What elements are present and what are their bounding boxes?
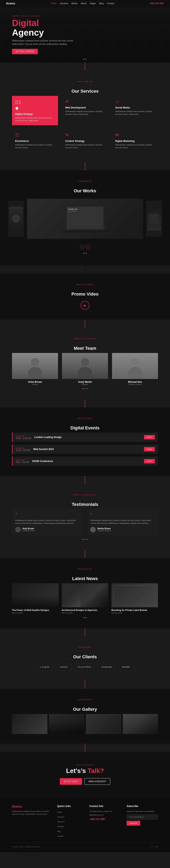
services-label: What We Do [12,81,158,83]
service-desc-2: Pellentesque molestie lorem pulvinar, ti… [65,110,105,116]
nav-pages[interactable]: Pages [90,2,96,5]
hero-dot-1[interactable] [83,59,84,60]
news-date-3: Nov 28, 2023 [111,612,158,614]
works-prev-btn[interactable]: ← [80,245,84,249]
footer-link-services[interactable]: Services [57,816,64,818]
connector-7 [85,550,85,558]
testimonials-title: Testimonials [12,502,158,507]
service-card-2: ✐ Web Development Pellentesque molestie … [62,96,108,125]
news-date-1: Nov 14, 2023 [12,612,59,614]
testimonial-text-2: Pellentesque molestie lorem pulvinar, ti… [90,519,155,525]
testimonial-dot-3[interactable] [87,539,88,540]
works-dot-1[interactable] [83,253,84,254]
works-next-btn[interactable]: → [86,245,90,249]
nav-home[interactable]: Home [51,2,57,5]
promo-play-button[interactable]: ▶ [80,301,90,310]
gallery-item-3[interactable] [86,714,121,734]
nav-works[interactable]: Works [71,2,78,5]
service-desc-1: Pellentesque molestie lorem pulvinar, ti… [15,117,55,122]
news-section: From Blog Latest News The Power of Well-… [0,558,170,628]
footer-address: 123 Main Street, London UK [90,810,121,813]
footer-copyright: © 2023 Acens. All Rights Reserved. [12,846,40,848]
hero-description: Pellentesque molestie lorem pulvinar, ti… [12,39,76,45]
gallery-item-2[interactable] [49,714,84,734]
gallery-item-4[interactable] [123,714,158,734]
team-role-1: Founder [12,383,58,385]
footer-links-title: Quick Links [57,805,83,808]
works-carousel: Power Up Your Drive [0,195,170,243]
promo-label: Watch Video [10,283,160,285]
footer-subscribe-button[interactable]: Subscribe [127,821,140,826]
gallery-section: Our Works Our Gallery [0,689,170,744]
team-member-1: Anita Brown Founder [12,353,58,385]
author-name-2: Martha Brown [97,527,111,530]
service-card-4: ☷ Ecommerce Pellentesque molestie lorem … [12,129,58,152]
service-card-6: ✉ Digital Marketing Pellentesque molesti… [112,129,158,152]
hero-cta-button[interactable]: Getting Started [12,49,38,54]
footer-link-portfolio[interactable]: Portfolio [57,826,64,828]
cta-primary-button[interactable]: Get In Touch [60,778,82,785]
connector-5 [85,399,85,407]
service-title-5: Content Strategy [65,140,105,143]
testimonial-card-2: “ Pellentesque molestie lorem pulvinar, … [87,509,158,536]
works-navigation: ← → [0,243,170,251]
event-register-btn-3[interactable]: Book [144,459,155,463]
service-desc-4: Pellentesque molestie lorem pulvinar, ti… [15,144,55,149]
navigation: Acens. Home Services Works About Pages B… [0,0,170,7]
team-dot-3[interactable] [87,388,88,390]
footer-link-blog[interactable]: Blog [57,830,61,832]
nav-links: Home Services Works About Pages Blog Con… [51,2,114,5]
service-desc-5: Pellentesque molestie lorem pulvinar, ti… [65,144,105,149]
connector-2 [85,162,85,170]
works-label: Portfolio [12,180,158,182]
testimonial-author-1: Andy Brown Satisfied Client [15,527,80,532]
hero-dot-2[interactable] [86,59,87,60]
news-grid: The Power of Well-Graphic Designs Nov 14… [12,583,158,614]
news-dot-1[interactable] [83,617,84,618]
cta-label: Get In Touch [12,764,158,766]
social-ig-icon[interactable]: in [156,845,158,848]
news-card-2[interactable]: Architectural Designs in Agencies Nov 21… [62,583,108,614]
nav-phone: +380 123 4567 [149,2,164,5]
social-tw-icon[interactable]: t [154,845,155,848]
client-logo-5: SaleRific [118,663,134,671]
team-label: Creative People [12,338,158,340]
hero-title: Digital Agency [12,18,76,38]
connector-1 [85,63,85,71]
footer-link-about[interactable]: About Us [57,821,65,823]
team-dot-1[interactable] [82,388,83,390]
footer-link-contact[interactable]: Contact [57,835,63,837]
service-desc-6: Pellentesque molestie lorem pulvinar, ti… [115,144,155,149]
nav-contact[interactable]: Contact [107,2,114,5]
footer-link-home[interactable]: Home [57,811,62,813]
nav-services[interactable]: Services [60,2,68,5]
team-dot-2[interactable] [84,388,86,390]
event-register-btn-2[interactable]: Book [144,447,155,452]
news-title-3: Branding for Private Label Brands [111,609,158,611]
works-dot-2[interactable] [86,253,87,254]
cta-secondary-button[interactable]: Make a Request [84,778,110,785]
promo-title: Promo Video [10,291,160,297]
news-dot-2[interactable] [86,617,87,618]
footer-contact-col: Contact Info 123 Main Street, London UK … [90,805,121,839]
news-card-3[interactable]: Branding for Private Label Brands Nov 28… [111,583,158,614]
testimonial-dot-2[interactable] [84,539,86,540]
team-section: Creative People Meet Team Anita Brown Fo… [0,328,170,399]
footer-subscribe-desc: Stay up to date with our newsletter. [127,810,158,813]
event-register-btn-1[interactable]: Book [144,435,155,439]
news-card-1[interactable]: The Power of Well-Graphic Designs Nov 14… [12,583,59,614]
testimonial-dot-1[interactable] [82,539,83,540]
nav-blog[interactable]: Blog [99,2,104,5]
footer-subscribe-input[interactable] [127,814,158,819]
testimonials-section: What Clients Say Testimonials “ Pellente… [0,484,170,550]
service-title-6: Digital Marketing [115,140,155,143]
clients-title: Our Clients [12,654,158,659]
gallery-item-1[interactable] [12,714,47,734]
connector-10 [85,744,85,752]
works-main-card[interactable]: Power Up Your Drive [27,199,143,239]
news-title-2: Architectural Designs in Agencies [62,609,108,611]
nav-about[interactable]: About [81,2,87,5]
nav-logo[interactable]: Acens. [6,2,16,5]
social-fb-icon[interactable]: f [151,845,152,848]
works-title: Our Works [12,188,158,193]
